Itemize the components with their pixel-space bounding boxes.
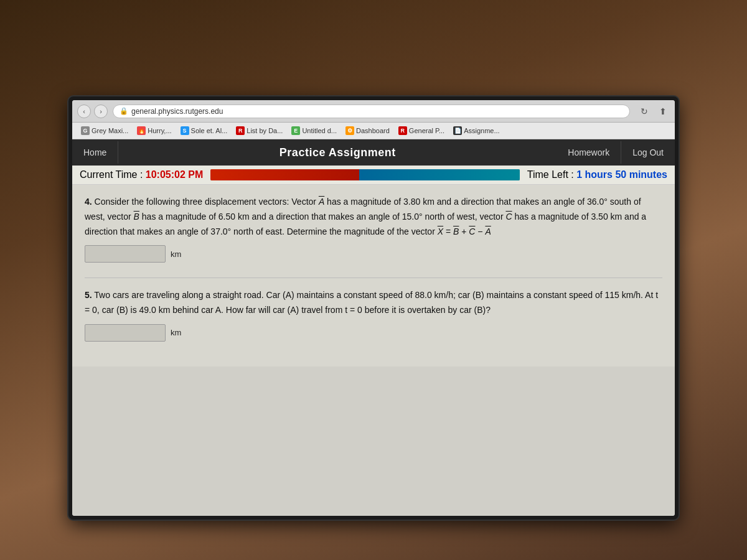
question-4-input-row: km — [85, 245, 662, 263]
browser-window: ‹ › 🔒 general.physics.rutgers.edu ↻ ⬆ G … — [72, 100, 675, 516]
nav-homework[interactable]: Homework — [557, 141, 621, 164]
site-navigation: Home Practice Assignment Homework Log Ou… — [72, 139, 675, 166]
bookmark-label: Sole et. Al... — [191, 127, 228, 134]
timer-bar: Current Time : 10:05:02 PM Time Left : 1… — [72, 166, 675, 185]
bookmark-label: Untitled d... — [302, 127, 337, 134]
favicon-grey-maxi: G — [81, 126, 90, 135]
question-4-unit: km — [171, 250, 181, 259]
nav-logout[interactable]: Log Out — [621, 141, 675, 164]
bookmark-hurry[interactable]: 🔥 Hurry,... — [133, 125, 175, 136]
favicon-untitled: E — [291, 126, 300, 135]
vec-a2: A — [485, 226, 491, 236]
favicon-list-by-da: R — [236, 126, 245, 135]
time-left-value: 1 hours 50 minutes — [576, 169, 667, 180]
vec-x: X — [438, 226, 443, 236]
question-4-number: 4. — [85, 197, 92, 207]
bookmark-assignme[interactable]: 📄 Assignme... — [449, 125, 503, 136]
address-text: general.physics.rutgers.edu — [131, 107, 223, 116]
bookmarks-bar: G Grey Maxi... 🔥 Hurry,... S Sole et. Al… — [72, 123, 675, 139]
bookmark-general-p[interactable]: R General P... — [395, 125, 448, 136]
current-time-value: 10:05:02 PM — [146, 169, 204, 180]
question-5: 5. Two cars are traveling along a straig… — [85, 288, 662, 342]
share-button[interactable]: ⬆ — [656, 105, 670, 118]
question-4-answer-input[interactable] — [85, 245, 166, 263]
main-content: 4. Consider the following three displace… — [72, 185, 675, 366]
bookmark-label: General P... — [409, 127, 444, 134]
bookmark-sole[interactable]: S Sole et. Al... — [177, 125, 232, 136]
question-5-unit: km — [171, 328, 181, 337]
bookmark-label: List by Da... — [247, 127, 283, 134]
favicon-general-p: R — [398, 126, 407, 135]
browser-controls: ‹ › — [77, 105, 108, 118]
bookmark-label: Dashboard — [356, 127, 390, 134]
progress-teal — [359, 169, 520, 180]
question-5-text: 5. Two cars are traveling along a straig… — [85, 288, 662, 318]
laptop-background: ‹ › 🔒 general.physics.rutgers.edu ↻ ⬆ G … — [0, 0, 747, 560]
address-bar[interactable]: 🔒 general.physics.rutgers.edu — [113, 105, 630, 118]
nav-home[interactable]: Home — [72, 141, 118, 164]
question-5-input-row: km — [85, 324, 662, 342]
site-content: Home Practice Assignment Homework Log Ou… — [72, 139, 675, 516]
bookmark-untitled[interactable]: E Untitled d... — [288, 125, 341, 136]
question-4: 4. Consider the following three displace… — [85, 195, 662, 263]
question-4-text: 4. Consider the following three displace… — [85, 195, 662, 239]
bookmark-dashboard[interactable]: ⚙ Dashboard — [342, 125, 393, 136]
time-progress-bar — [210, 169, 519, 180]
bookmark-grey-maxi[interactable]: G Grey Maxi... — [77, 125, 132, 136]
current-time-label: Current Time : 10:05:02 PM — [80, 169, 203, 180]
lock-icon: 🔒 — [120, 107, 128, 115]
vec-c: C — [505, 212, 512, 222]
browser-toolbar: ‹ › 🔒 general.physics.rutgers.edu ↻ ⬆ — [72, 100, 675, 123]
divider — [85, 278, 662, 278]
vec-b: B — [134, 212, 139, 222]
question-5-number: 5. — [85, 290, 92, 300]
bookmark-list-by-da[interactable]: R List by Da... — [232, 125, 286, 136]
vec-a: A — [319, 197, 324, 207]
vec-b2: B — [453, 226, 459, 236]
bookmark-label: Hurry,... — [148, 127, 171, 134]
question-5-answer-input[interactable] — [85, 324, 166, 342]
refresh-button[interactable]: ↻ — [637, 105, 651, 118]
bookmark-label: Grey Maxi... — [92, 127, 128, 134]
favicon-assignme: 📄 — [453, 126, 462, 135]
time-left-label: Time Left : 1 hours 50 minutes — [527, 169, 667, 180]
screen-bezel: ‹ › 🔒 general.physics.rutgers.edu ↻ ⬆ G … — [68, 96, 679, 520]
back-button[interactable]: ‹ — [77, 105, 91, 118]
favicon-hurry: 🔥 — [137, 126, 146, 135]
vec-c2: C — [469, 226, 475, 236]
progress-red — [210, 169, 359, 180]
forward-button[interactable]: › — [94, 105, 108, 118]
favicon-sole: S — [181, 126, 189, 135]
bookmark-label: Assignme... — [464, 127, 499, 134]
favicon-dashboard: ⚙ — [345, 126, 354, 135]
page-title: Practice Assignment — [118, 146, 557, 159]
